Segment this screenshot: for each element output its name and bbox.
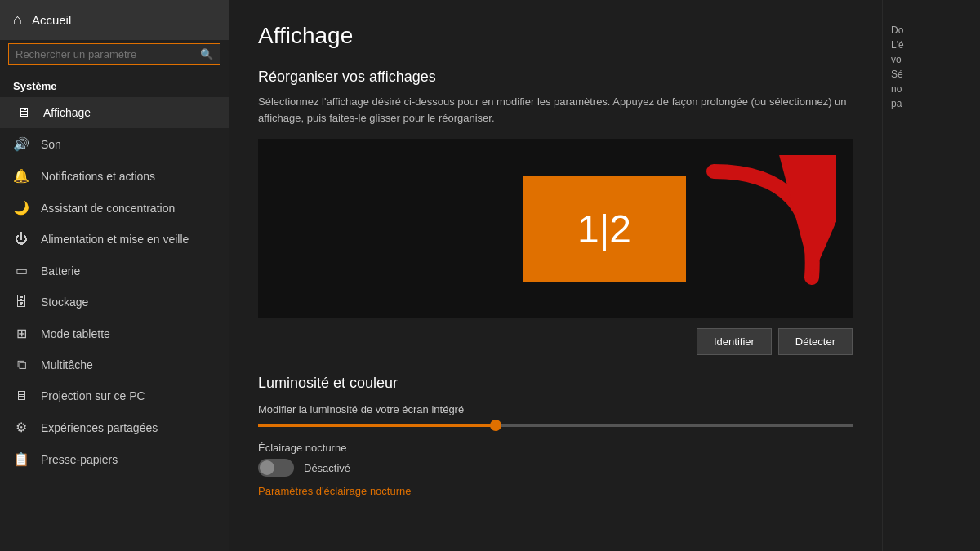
notifications-icon: 🔔 (13, 168, 29, 184)
sidebar-item-alimentation[interactable]: ⏻ Alimentation et mise en veille (0, 224, 229, 255)
right-panel-line2: L'é (891, 38, 972, 52)
sidebar-item-label: Notifications et actions (41, 170, 155, 183)
luminosity-label: Modifier la luminosité de votre écran in… (258, 403, 853, 415)
reorganize-title: Réorganiser vos affichages (258, 69, 853, 86)
search-input[interactable] (16, 48, 195, 60)
sidebar-item-projection[interactable]: 🖥 Projection sur ce PC (0, 380, 229, 411)
night-light-link[interactable]: Paramètres d'éclairage nocturne (258, 485, 853, 497)
sidebar-item-label: Projection sur ce PC (41, 389, 145, 402)
sidebar-item-label: Mode tablette (41, 327, 110, 340)
page-title: Affichage (258, 23, 853, 49)
right-panel-line4: Sé (891, 67, 972, 82)
luminosity-title: Luminosité et couleur (258, 375, 853, 392)
sidebar-item-affichage[interactable]: 🖥 Affichage (0, 97, 229, 128)
sidebar-home[interactable]: ⌂ Accueil (0, 0, 229, 40)
son-icon: 🔊 (13, 136, 29, 152)
sidebar-item-label: Alimentation et mise en veille (41, 233, 189, 246)
search-icon: 🔍 (200, 48, 213, 60)
monitor-label: 1|2 (577, 207, 631, 251)
sidebar-item-label: Presse-papiers (41, 453, 118, 466)
experiences-icon: ⚙ (13, 420, 29, 435)
night-light-title: Éclairage nocturne (258, 442, 853, 454)
luminosity-section: Luminosité et couleur Modifier la lumino… (258, 375, 853, 497)
sidebar-item-notifications[interactable]: 🔔 Notifications et actions (0, 160, 229, 192)
red-arrow (689, 155, 836, 302)
monitor-display[interactable]: 1|2 (523, 176, 686, 282)
sidebar: ⌂ Accueil 🔍 Système 🖥 Affichage 🔊 Son 🔔 … (0, 0, 229, 551)
alimentation-icon: ⏻ (13, 232, 29, 247)
assistant-icon: 🌙 (13, 200, 29, 216)
sidebar-item-multitache[interactable]: ⧉ Multitâche (0, 349, 229, 380)
right-panel: Do L'é vo Sé no pa (882, 0, 980, 551)
sidebar-item-assistant[interactable]: 🌙 Assistant de concentration (0, 192, 229, 224)
presse-icon: 📋 (13, 451, 29, 467)
identify-button[interactable]: Identifier (697, 328, 772, 355)
main-content: Affichage Réorganiser vos affichages Sél… (229, 0, 882, 551)
sidebar-item-stockage[interactable]: 🗄 Stockage (0, 287, 229, 318)
right-panel-line5: no (891, 82, 972, 96)
sidebar-item-son[interactable]: 🔊 Son (0, 128, 229, 160)
brightness-slider[interactable] (258, 424, 853, 427)
toggle-status: Désactivé (304, 462, 350, 474)
sidebar-item-label: Assistant de concentration (41, 202, 175, 215)
sidebar-item-label: Son (41, 138, 61, 151)
multitache-icon: ⧉ (13, 358, 29, 372)
display-buttons: Identifier Détecter (258, 328, 853, 355)
projection-icon: 🖥 (13, 389, 29, 403)
right-panel-line3: vo (891, 52, 972, 67)
home-icon: ⌂ (13, 11, 22, 29)
system-section-label: Système (0, 73, 229, 97)
home-label: Accueil (32, 13, 71, 27)
toggle-knob (260, 460, 274, 475)
search-box[interactable]: 🔍 (8, 43, 220, 65)
sidebar-item-label: Batterie (41, 264, 80, 278)
sidebar-item-label: Expériences partagées (41, 421, 158, 434)
sidebar-item-presse-papiers[interactable]: 📋 Presse-papiers (0, 443, 229, 475)
sidebar-item-mode-tablette[interactable]: ⊞ Mode tablette (0, 318, 229, 349)
stockage-icon: 🗄 (13, 295, 29, 309)
sidebar-item-batterie[interactable]: ▭ Batterie (0, 255, 229, 287)
sidebar-item-label: Stockage (41, 295, 88, 309)
right-panel-line1: Do (891, 23, 972, 38)
right-panel-text: Do L'é vo Sé no pa (891, 23, 972, 111)
display-preview: 1|2 (258, 139, 853, 318)
sidebar-item-label: Multitâche (41, 358, 93, 371)
night-light-toggle[interactable] (258, 459, 294, 477)
affichage-icon: 🖥 (16, 105, 32, 120)
batterie-icon: ▭ (13, 263, 29, 278)
detect-button[interactable]: Détecter (778, 328, 853, 355)
reorganize-desc: Sélectionnez l'affichage désiré ci-desso… (258, 94, 853, 126)
tablette-icon: ⊞ (13, 326, 29, 341)
sidebar-item-experiences[interactable]: ⚙ Expériences partagées (0, 411, 229, 443)
sidebar-item-label: Affichage (43, 106, 91, 119)
night-light-toggle-row: Désactivé (258, 459, 853, 477)
right-panel-line6: pa (891, 96, 972, 111)
